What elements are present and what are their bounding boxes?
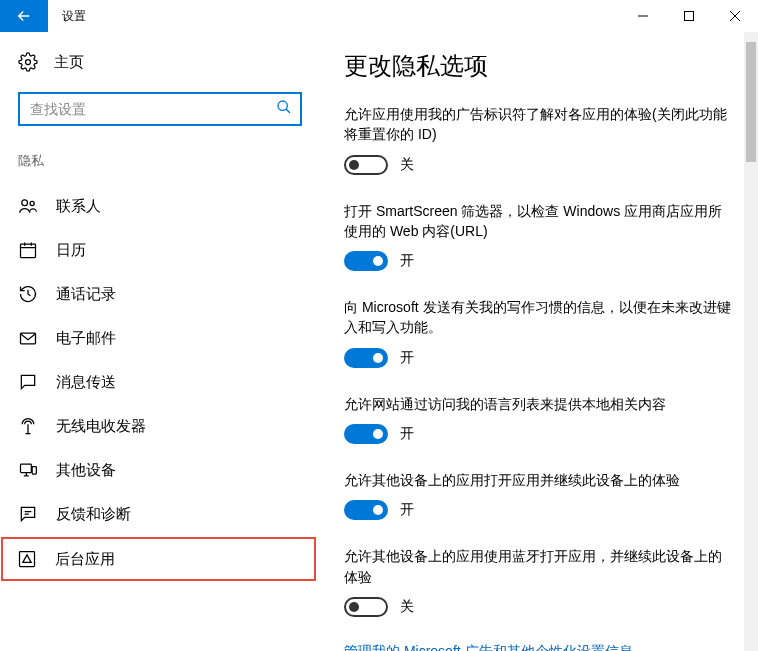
sidebar-item-radios[interactable]: 无线电收发器 [0, 404, 320, 448]
setting-desc: 允许其他设备上的应用使用蓝牙打开应用，并继续此设备上的体验 [344, 546, 734, 587]
nav-label: 其他设备 [56, 461, 302, 480]
minimize-button[interactable] [620, 0, 666, 32]
window-title: 设置 [62, 8, 620, 25]
feedback-icon [18, 504, 38, 524]
sidebar-item-calendar[interactable]: 日历 [0, 228, 320, 272]
svg-point-3 [22, 200, 28, 206]
nav-label: 消息传送 [56, 373, 302, 392]
section-header: 隐私 [0, 146, 320, 184]
svg-rect-6 [21, 333, 36, 344]
email-icon [18, 328, 38, 348]
toggle-typing[interactable] [344, 348, 388, 368]
titlebar: 设置 [0, 0, 758, 32]
nav-label: 电子邮件 [56, 329, 302, 348]
toggle-continue-experiences[interactable] [344, 500, 388, 520]
setting-continue-experiences: 允许其他设备上的应用打开应用并继续此设备上的体验 开 [344, 470, 734, 520]
toggle-state: 关 [400, 598, 414, 616]
svg-rect-0 [685, 12, 694, 21]
svg-point-1 [26, 60, 31, 65]
calendar-icon [18, 240, 38, 260]
setting-smartscreen: 打开 SmartScreen 筛选器，以检查 Windows 应用商店应用所使用… [344, 201, 734, 272]
setting-typing: 向 Microsoft 发送有关我的写作习惯的信息，以便在未来改进键入和写入功能… [344, 297, 734, 368]
setting-desc: 向 Microsoft 发送有关我的写作习惯的信息，以便在未来改进键入和写入功能… [344, 297, 734, 338]
back-button[interactable] [0, 0, 48, 32]
svg-point-2 [278, 101, 287, 110]
scrollbar[interactable] [744, 32, 758, 651]
window-controls [620, 0, 758, 32]
contacts-icon [18, 196, 38, 216]
setting-desc: 允许网站通过访问我的语言列表来提供本地相关内容 [344, 394, 734, 414]
history-icon [18, 284, 38, 304]
nav-label: 日历 [56, 241, 302, 260]
home-button[interactable]: 主页 [0, 52, 320, 92]
sidebar-item-email[interactable]: 电子邮件 [0, 316, 320, 360]
nav-label: 无线电收发器 [56, 417, 302, 436]
setting-desc: 允许其他设备上的应用打开应用并继续此设备上的体验 [344, 470, 734, 490]
scrollbar-thumb[interactable] [746, 42, 756, 162]
link-manage-ads[interactable]: 管理我的 Microsoft 广告和其他个性化设置信息 [344, 643, 734, 651]
nav-label: 联系人 [56, 197, 302, 216]
toggle-state: 开 [400, 349, 414, 367]
arrow-left-icon [15, 7, 33, 25]
search-icon [276, 99, 292, 119]
setting-desc: 允许应用使用我的广告标识符了解对各应用的体验(关闭此功能将重置你的 ID) [344, 104, 734, 145]
svg-rect-5 [21, 244, 36, 257]
sidebar-item-backgroundapps[interactable]: 后台应用 [1, 537, 316, 581]
svg-rect-8 [32, 467, 36, 475]
nav-label: 反馈和诊断 [56, 505, 302, 524]
sidebar-item-messaging[interactable]: 消息传送 [0, 360, 320, 404]
sidebar-item-contacts[interactable]: 联系人 [0, 184, 320, 228]
nav-label: 通话记录 [56, 285, 302, 304]
setting-desc: 打开 SmartScreen 筛选器，以检查 Windows 应用商店应用所使用… [344, 201, 734, 242]
home-label: 主页 [54, 53, 84, 72]
toggle-state: 开 [400, 425, 414, 443]
toggle-state: 开 [400, 252, 414, 270]
search-input[interactable] [20, 94, 300, 124]
toggle-advertising-id[interactable] [344, 155, 388, 175]
gear-icon [18, 52, 38, 72]
setting-language-list: 允许网站通过访问我的语言列表来提供本地相关内容 开 [344, 394, 734, 444]
sidebar-item-otherdevices[interactable]: 其他设备 [0, 448, 320, 492]
nav-list: 联系人 日历 通话记录 电子邮件 消息传送 无线电收发器 [0, 184, 320, 651]
toggle-smartscreen[interactable] [344, 251, 388, 271]
sidebar-item-feedback[interactable]: 反馈和诊断 [0, 492, 320, 536]
nav-label: 后台应用 [55, 550, 300, 569]
toggle-language-list[interactable] [344, 424, 388, 444]
setting-advertising-id: 允许应用使用我的广告标识符了解对各应用的体验(关闭此功能将重置你的 ID) 关 [344, 104, 734, 175]
main-content: 更改隐私选项 允许应用使用我的广告标识符了解对各应用的体验(关闭此功能将重置你的… [320, 32, 758, 651]
sidebar-item-callhistory[interactable]: 通话记录 [0, 272, 320, 316]
search-box[interactable] [18, 92, 302, 126]
maximize-button[interactable] [666, 0, 712, 32]
setting-bluetooth-experiences: 允许其他设备上的应用使用蓝牙打开应用，并继续此设备上的体验 关 [344, 546, 734, 617]
toggle-bluetooth-experiences[interactable] [344, 597, 388, 617]
message-icon [18, 372, 38, 392]
close-button[interactable] [712, 0, 758, 32]
radio-icon [18, 416, 38, 436]
toggle-state: 开 [400, 501, 414, 519]
svg-point-4 [30, 201, 34, 205]
svg-rect-7 [21, 464, 32, 472]
toggle-state: 关 [400, 156, 414, 174]
devices-icon [18, 460, 38, 480]
sidebar: 主页 隐私 联系人 日历 通话记录 [0, 32, 320, 651]
apps-icon [17, 549, 37, 569]
page-title: 更改隐私选项 [344, 50, 734, 82]
